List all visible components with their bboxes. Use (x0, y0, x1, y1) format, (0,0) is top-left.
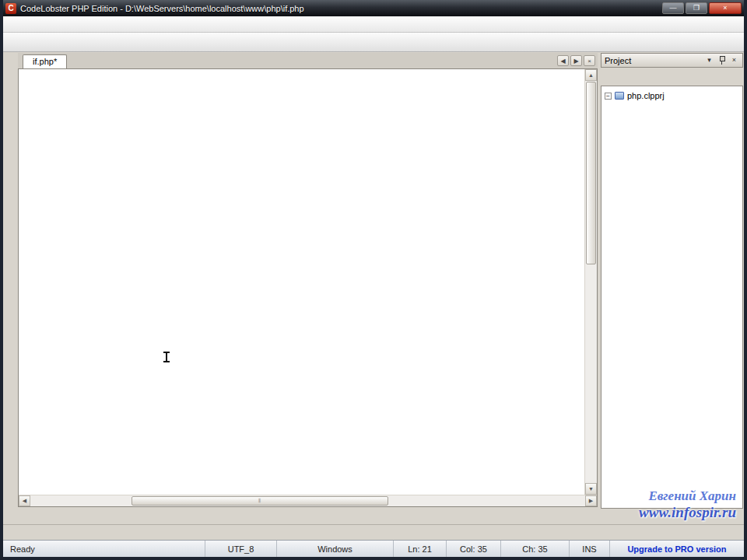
project-panel-title: Project (605, 56, 631, 65)
tree-root-label: php.clpprj (627, 91, 665, 100)
status-char: Ch: 35 (501, 541, 570, 557)
app-logo-icon: C (5, 3, 16, 14)
scroll-right-icon[interactable]: ▶ (585, 495, 597, 506)
vertical-scroll-thumb[interactable] (586, 82, 596, 264)
tab-scroll-left-icon[interactable]: ◀ (557, 55, 569, 66)
status-platform[interactable]: Windows (277, 541, 394, 557)
project-panel-header[interactable]: Project ▾ × (601, 53, 743, 68)
pin-icon[interactable] (717, 55, 726, 65)
project-toolbar (601, 68, 743, 86)
toolbar (3, 33, 744, 52)
vertical-scrollbar[interactable]: ▲ ▼ (584, 69, 597, 495)
scroll-down-icon[interactable]: ▼ (585, 483, 597, 495)
project-panel: Project ▾ × − php.clpprj (599, 52, 744, 524)
status-ready: Ready (3, 541, 205, 557)
docked-tab-strip (3, 52, 18, 524)
text-cursor-icon (163, 351, 170, 363)
status-insert-mode[interactable]: INS (570, 541, 610, 557)
app-window: C CodeLobster PHP Edition - D:\WebServer… (0, 0, 747, 560)
maximize-button[interactable]: ❐ (686, 2, 707, 14)
tab-scroll-right-icon[interactable]: ▶ (570, 55, 582, 66)
menu-bar (3, 16, 744, 33)
watermark-site: www.infospir.ru (639, 504, 736, 521)
tab-close-icon[interactable]: × (584, 55, 595, 66)
title-bar[interactable]: C CodeLobster PHP Edition - D:\WebServer… (3, 0, 744, 16)
scroll-up-icon[interactable]: ▲ (585, 69, 597, 81)
editor-column: if.php* ◀ ▶ × ▲ ▼ (18, 53, 598, 524)
editor-frame: ▲ ▼ ◀ ⦀ ▶ (18, 68, 598, 507)
chevron-down-icon[interactable]: ▾ (704, 55, 714, 65)
horizontal-scrollbar[interactable]: ◀ ⦀ ▶ (19, 495, 597, 506)
tree-root-node[interactable]: − php.clpprj (603, 89, 741, 102)
collapse-icon[interactable]: − (605, 93, 612, 100)
window-title: CodeLobster PHP Edition - D:\WebServers\… (20, 4, 658, 13)
bottom-panel-tabs (3, 524, 744, 540)
horizontal-scroll-thumb[interactable]: ⦀ (132, 496, 388, 506)
minimize-button[interactable]: — (662, 2, 684, 14)
scroll-left-icon[interactable]: ◀ (19, 495, 30, 506)
document-tab[interactable]: if.php* (23, 54, 67, 68)
editor-view-tabs (18, 507, 598, 524)
panel-close-icon[interactable]: × (729, 55, 739, 65)
status-line: Ln: 21 (394, 541, 447, 557)
status-bar: Ready UTF_8 Windows Ln: 21 Col: 35 Ch: 3… (3, 540, 744, 557)
main-area: if.php* ◀ ▶ × ▲ ▼ (3, 52, 744, 524)
project-file-icon (615, 92, 624, 100)
watermark-author: Евгений Харин (648, 488, 736, 504)
document-tab-bar: if.php* ◀ ▶ × (18, 53, 598, 68)
close-button[interactable]: × (709, 2, 742, 14)
status-column: Col: 35 (447, 541, 501, 557)
project-tree: − php.clpprj (601, 86, 743, 509)
upgrade-link[interactable]: Upgrade to PRO version (610, 541, 744, 557)
code-editor[interactable] (19, 69, 584, 495)
status-encoding[interactable]: UTF_8 (205, 541, 277, 557)
